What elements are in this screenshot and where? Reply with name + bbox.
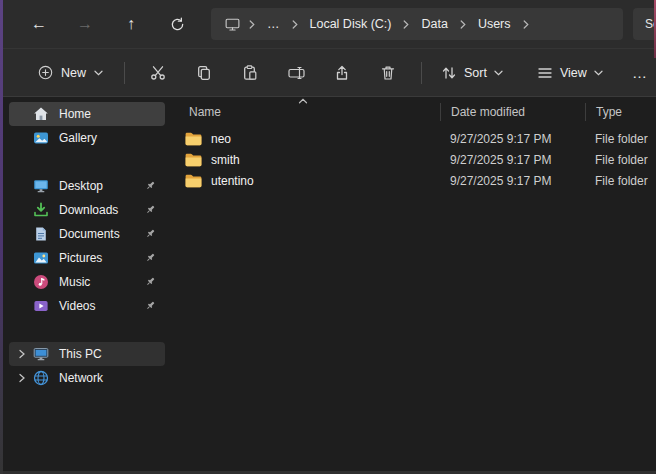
this-pc-icon: [225, 17, 240, 32]
sort-ascending-chevron-icon: [298, 98, 308, 104]
sidebar-item-desktop[interactable]: Desktop: [9, 174, 165, 198]
paste-button[interactable]: [228, 57, 272, 89]
column-header-type[interactable]: Type: [585, 103, 656, 121]
pin-icon[interactable]: [145, 180, 156, 191]
breadcrumb-ellipsis[interactable]: …: [258, 12, 289, 36]
share-icon: [334, 65, 350, 81]
new-button[interactable]: New: [27, 57, 114, 89]
desktop-icon: [33, 178, 49, 194]
folder-icon: [185, 174, 202, 188]
sidebar-item-this-pc[interactable]: This PC: [9, 342, 165, 366]
sidebar-item-label: Pictures: [59, 251, 102, 265]
sidebar-item-downloads[interactable]: Downloads: [9, 198, 165, 222]
table-row[interactable]: neo 9/27/2025 9:17 PM File folder: [171, 128, 656, 149]
column-headers: Name Date modified Type: [171, 101, 656, 123]
chevron-down-icon: [494, 70, 503, 76]
address-bar[interactable]: … Local Disk (C:) Data Users: [211, 8, 623, 40]
sidebar: Home Gallery Desktop Downloads: [3, 98, 171, 471]
sidebar-item-pictures[interactable]: Pictures: [9, 246, 165, 270]
column-header-name[interactable]: Name: [171, 103, 440, 121]
sidebar-item-label: Music: [59, 275, 90, 289]
breadcrumb-chevron-icon[interactable]: [520, 20, 532, 29]
table-row[interactable]: utentino 9/27/2025 9:17 PM File folder: [171, 170, 656, 191]
breadcrumb-item-local-disk[interactable]: Local Disk (C:): [301, 12, 401, 36]
breadcrumb-item-data[interactable]: Data: [412, 12, 456, 36]
up-button[interactable]: ↑: [113, 8, 149, 40]
table-row[interactable]: smith 9/27/2025 9:17 PM File folder: [171, 149, 656, 170]
sidebar-item-videos[interactable]: Videos: [9, 294, 165, 318]
breadcrumb-chevron-icon[interactable]: [400, 20, 412, 29]
file-name: neo: [211, 132, 231, 146]
documents-icon: [33, 226, 49, 242]
file-date-modified: 9/27/2025 9:17 PM: [440, 132, 585, 146]
pin-icon[interactable]: [145, 276, 156, 287]
file-type: File folder: [585, 174, 656, 188]
toolbar-separator: [421, 62, 422, 84]
sort-button-label: Sort: [464, 66, 487, 80]
search-box[interactable]: [633, 8, 656, 40]
view-icon: [537, 65, 553, 81]
sidebar-item-gallery[interactable]: Gallery: [9, 126, 165, 150]
search-input[interactable]: [633, 17, 656, 31]
computer-icon: [33, 346, 49, 362]
breadcrumb-chevron-icon[interactable]: [246, 20, 258, 29]
pin-icon[interactable]: [145, 228, 156, 239]
sidebar-item-label: Documents: [59, 227, 120, 241]
downloads-icon: [33, 202, 49, 218]
window-left-edge: [0, 0, 3, 474]
sidebar-section-gap: [3, 318, 171, 342]
network-icon: [33, 370, 49, 386]
sidebar-item-label: Downloads: [59, 203, 118, 217]
clipboard-icon: [242, 65, 258, 81]
sidebar-item-documents[interactable]: Documents: [9, 222, 165, 246]
cut-button[interactable]: [136, 57, 180, 89]
music-icon: [33, 274, 49, 290]
breadcrumb-chevron-icon[interactable]: [457, 20, 469, 29]
more-options-button[interactable]: …: [624, 57, 656, 89]
tree-expand-chevron-icon[interactable]: [18, 349, 26, 359]
home-icon: [33, 106, 49, 122]
column-header-date-modified[interactable]: Date modified: [440, 103, 585, 121]
sidebar-item-home[interactable]: Home: [9, 102, 165, 126]
gallery-icon: [33, 130, 49, 146]
pin-icon[interactable]: [145, 204, 156, 215]
share-button[interactable]: [320, 57, 364, 89]
trash-icon: [380, 65, 396, 81]
pictures-icon: [33, 250, 49, 266]
refresh-button[interactable]: [159, 8, 195, 40]
sidebar-item-label: Desktop: [59, 179, 103, 193]
tree-expand-chevron-icon[interactable]: [18, 373, 26, 383]
file-name: utentino: [211, 174, 254, 188]
file-name: smith: [211, 153, 240, 167]
copy-button[interactable]: [182, 57, 226, 89]
breadcrumb-item-users[interactable]: Users: [469, 12, 520, 36]
refresh-icon: [170, 17, 185, 32]
sort-button[interactable]: Sort: [432, 57, 512, 89]
sidebar-item-label: Home: [59, 107, 91, 121]
rename-button[interactable]: [274, 57, 318, 89]
file-type: File folder: [585, 153, 656, 167]
folder-icon: [185, 153, 202, 167]
file-list-panel: Name Date modified Type neo 9/27/2025 9:…: [171, 98, 656, 471]
sidebar-item-network[interactable]: Network: [9, 366, 165, 390]
command-toolbar: New Sort: [3, 48, 656, 97]
sidebar-section-gap: [3, 150, 171, 174]
file-date-modified: 9/27/2025 9:17 PM: [440, 174, 585, 188]
delete-button[interactable]: [366, 57, 410, 89]
file-type: File folder: [585, 132, 656, 146]
folder-icon: [185, 132, 202, 146]
chevron-down-icon: [594, 70, 603, 76]
sidebar-item-music[interactable]: Music: [9, 270, 165, 294]
copy-icon: [196, 65, 212, 81]
pin-icon[interactable]: [145, 252, 156, 263]
sidebar-item-label: Network: [59, 371, 103, 385]
pin-icon[interactable]: [145, 300, 156, 311]
chevron-down-icon: [94, 70, 103, 76]
view-button-label: View: [560, 66, 587, 80]
forward-button[interactable]: →: [67, 8, 103, 40]
back-button[interactable]: ←: [21, 8, 57, 40]
breadcrumb-chevron-icon[interactable]: [289, 20, 301, 29]
view-button[interactable]: View: [528, 57, 612, 89]
sidebar-item-label: Gallery: [59, 131, 97, 145]
rename-icon: [288, 65, 305, 81]
